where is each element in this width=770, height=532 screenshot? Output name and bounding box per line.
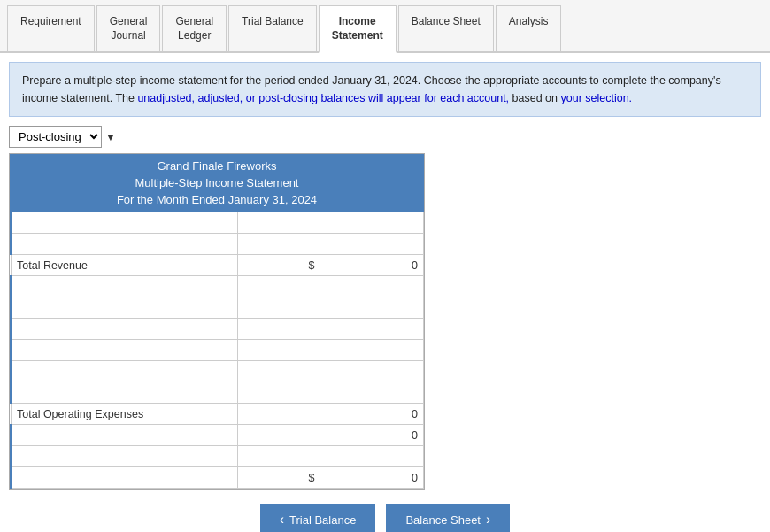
- tab-income-statement[interactable]: IncomeStatement: [319, 5, 397, 53]
- total-revenue-label: Total Revenue: [12, 255, 238, 276]
- table-row: [12, 297, 424, 319]
- period-dropdown[interactable]: Unadjusted Adjusted Post-closing: [9, 126, 102, 148]
- expense-account-6[interactable]: [18, 387, 232, 399]
- table-row: [12, 212, 424, 234]
- expense-account-3[interactable]: [18, 323, 232, 335]
- nav-buttons: Trial Balance Balance Sheet: [0, 504, 770, 532]
- statement-period: For the Month Ended January 31, 2024: [10, 191, 424, 208]
- expense-account-5[interactable]: [18, 366, 232, 378]
- total-revenue-row: Total Revenue $ 0: [12, 255, 424, 276]
- last-total-row: $ 0: [12, 467, 424, 489]
- statement-header: Grand Finale Fireworks Multiple-Step Inc…: [10, 154, 424, 212]
- tabs-bar: Requirement GeneralJournal GeneralLedger…: [0, 0, 770, 53]
- info-box: Prepare a multiple-step income statement…: [9, 62, 761, 117]
- last-row-value: 0: [320, 467, 424, 489]
- revenue-account-2[interactable]: [18, 238, 232, 251]
- dropdown-row: Unadjusted Adjusted Post-closing ▼: [9, 126, 761, 148]
- prev-button[interactable]: Trial Balance: [260, 504, 376, 532]
- sub-row-1[interactable]: [18, 451, 232, 463]
- tab-analysis[interactable]: Analysis: [496, 5, 562, 51]
- table-row: [12, 361, 424, 382]
- expense-account-4[interactable]: [18, 344, 232, 357]
- dropdown-arrow-icon: ▼: [105, 131, 116, 143]
- net-income-label-input[interactable]: [18, 429, 232, 442]
- table-row: [12, 319, 424, 340]
- table-row: [12, 446, 424, 467]
- total-op-expenses-value: 0: [320, 404, 424, 425]
- next-arrow-icon: [486, 512, 490, 528]
- last-row-symbol: $: [238, 467, 320, 489]
- total-op-expenses-label: Total Operating Expenses: [12, 404, 238, 425]
- tab-trial-balance[interactable]: Trial Balance: [228, 5, 317, 51]
- prev-button-label: Trial Balance: [289, 513, 356, 527]
- final-label-input[interactable]: [18, 472, 232, 484]
- expense-account-1[interactable]: [18, 281, 232, 293]
- income-statement-container: Grand Finale Fireworks Multiple-Step Inc…: [9, 153, 425, 490]
- table-row: [12, 340, 424, 361]
- total-op-expenses-row: Total Operating Expenses 0: [12, 404, 424, 425]
- total-revenue-value: 0: [320, 255, 424, 276]
- tab-general-ledger[interactable]: GeneralLedger: [162, 5, 227, 51]
- tab-requirement[interactable]: Requirement: [7, 5, 95, 51]
- revenue-account-1[interactable]: [18, 217, 232, 229]
- tab-general-journal[interactable]: GeneralJournal: [96, 5, 161, 51]
- total-revenue-symbol: $: [238, 255, 320, 276]
- table-row: [12, 234, 424, 255]
- statement-table: Total Revenue $ 0: [10, 212, 424, 489]
- table-row: [12, 382, 424, 404]
- next-button-label: Balance Sheet: [405, 513, 481, 527]
- next-button[interactable]: Balance Sheet: [386, 504, 510, 532]
- company-name: Grand Finale Fireworks: [10, 158, 424, 174]
- net-income-row: 0: [12, 425, 424, 446]
- tab-balance-sheet[interactable]: Balance Sheet: [398, 5, 494, 51]
- statement-title: Multiple-Step Income Statement: [10, 174, 424, 191]
- prev-arrow-icon: [280, 512, 284, 528]
- net-income-value: 0: [320, 425, 424, 446]
- expense-account-2[interactable]: [18, 302, 232, 314]
- table-row: [12, 276, 424, 297]
